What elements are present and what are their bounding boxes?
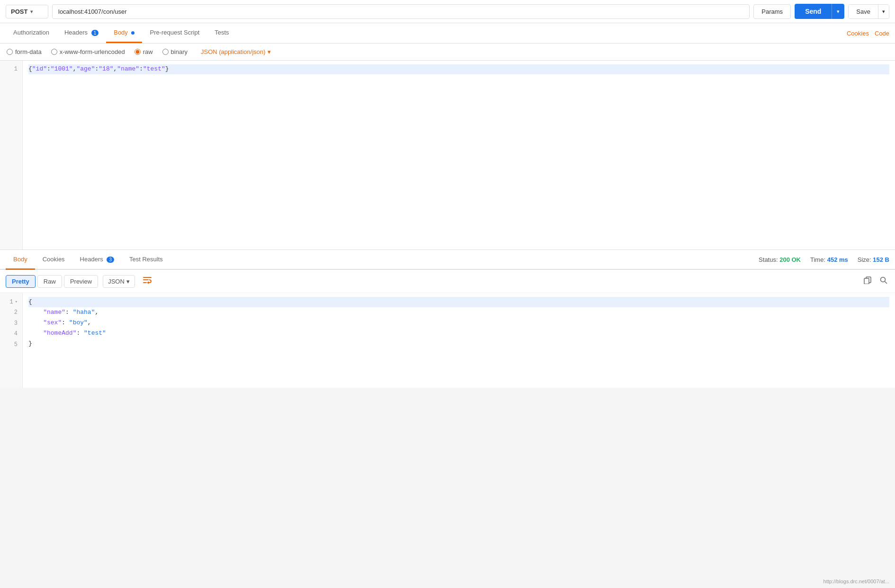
request-tabs: Authorization Headers 1 Body Pre-request…	[6, 23, 847, 43]
json-val-name: "test"	[143, 64, 165, 74]
params-button[interactable]: Params	[753, 4, 791, 19]
body-dot	[131, 31, 134, 35]
svg-rect-1	[143, 279, 149, 280]
url-input[interactable]	[52, 4, 750, 19]
request-body-editor: 1 {"id":"1001","age":"18","name":"test"}	[0, 61, 895, 250]
resp-line-num-5: 5	[0, 339, 22, 350]
collapse-arrow-1[interactable]: ▾	[15, 299, 18, 306]
open-brace: {	[28, 64, 32, 74]
response-section: Body Cookies Headers 3 Test Results Stat…	[0, 250, 895, 388]
form-data-radio[interactable]	[7, 49, 13, 55]
response-headers-badge: 3	[107, 257, 114, 263]
response-tab-body[interactable]: Body	[6, 250, 35, 270]
resp-line-3: "sex": "boy",	[28, 318, 889, 328]
tab-authorization[interactable]: Authorization	[6, 23, 57, 43]
viewer-pretty-button[interactable]: Pretty	[6, 275, 36, 288]
json-key-name: "name"	[117, 64, 139, 74]
viewer-bar: Pretty Raw Preview JSON ▾	[0, 270, 895, 293]
binary-option[interactable]: binary	[162, 48, 188, 55]
close-brace: }	[165, 64, 169, 74]
search-button[interactable]	[878, 275, 889, 288]
time-value: 452 ms	[827, 256, 848, 263]
request-tab-bar: Authorization Headers 1 Body Pre-request…	[0, 23, 895, 44]
url-encoded-option[interactable]: x-www-form-urlencoded	[51, 48, 125, 55]
save-dropdown-button[interactable]: ▾	[878, 5, 889, 18]
wrap-button[interactable]	[139, 274, 156, 289]
binary-radio[interactable]	[162, 49, 169, 55]
svg-rect-0	[143, 277, 152, 278]
headers-badge: 1	[91, 30, 99, 36]
response-format-selector[interactable]: JSON ▾	[103, 275, 135, 288]
resp-line-num-3: 3	[0, 318, 22, 329]
svg-rect-4	[864, 278, 869, 284]
response-tab-bar: Body Cookies Headers 3 Test Results Stat…	[0, 250, 895, 270]
copy-button[interactable]	[862, 275, 873, 288]
editor-line-1: {"id":"1001","age":"18","name":"test"}	[28, 64, 889, 74]
resp-line-5: }	[28, 339, 889, 349]
code-link[interactable]: Code	[875, 30, 889, 37]
raw-radio[interactable]	[134, 49, 141, 55]
json-format-selector[interactable]: JSON (application/json) ▾	[201, 48, 271, 55]
json-val-age: "18"	[98, 64, 113, 74]
send-button[interactable]: Send	[795, 4, 832, 19]
json-key-age: "age"	[76, 64, 95, 74]
response-tabs: Body Cookies Headers 3 Test Results	[6, 250, 759, 269]
resp-line-2: "name": "haha",	[28, 307, 889, 318]
tab-pre-request-script[interactable]: Pre-request Script	[142, 23, 207, 43]
svg-line-6	[885, 282, 887, 284]
resp-line-num-2: 2	[0, 307, 22, 318]
resp-line-4: "homeAdd": "test"	[28, 328, 889, 339]
save-button[interactable]: Save	[849, 5, 878, 18]
tab-bar-right-links: Cookies Code	[847, 30, 889, 37]
tab-tests[interactable]: Tests	[207, 23, 236, 43]
response-status-bar: Status: 200 OK Time: 452 ms Size: 152 B	[759, 256, 889, 263]
tab-headers[interactable]: Headers 1	[57, 23, 106, 43]
url-encoded-radio[interactable]	[51, 49, 57, 55]
form-data-option[interactable]: form-data	[7, 48, 42, 55]
resp-line-num-1: 1 ▾	[0, 297, 22, 307]
svg-point-5	[881, 277, 886, 282]
method-selector[interactable]: POST ▾	[6, 5, 48, 18]
response-editor-content: { "name": "haha", "sex": "boy", "homeAdd…	[23, 293, 895, 388]
request-line-numbers: 1	[0, 61, 23, 249]
status-value: 200 OK	[779, 256, 801, 263]
request-bar: POST ▾ Params Send ▾ Save ▾	[0, 0, 895, 23]
resp-line-1: {	[28, 297, 889, 307]
line-number-1: 1	[0, 64, 22, 74]
svg-rect-2	[143, 282, 147, 283]
method-chevron: ▾	[30, 9, 33, 14]
viewer-preview-button[interactable]: Preview	[64, 275, 98, 288]
response-line-numbers: 1 ▾ 2 3 4 5	[0, 293, 23, 388]
save-group: Save ▾	[848, 4, 889, 19]
cookies-link[interactable]: Cookies	[847, 30, 869, 37]
resp-line-num-4: 4	[0, 329, 22, 339]
viewer-raw-button[interactable]: Raw	[37, 275, 62, 288]
method-text: POST	[11, 8, 27, 15]
body-options-bar: form-data x-www-form-urlencoded raw bina…	[0, 44, 895, 61]
response-tab-headers[interactable]: Headers 3	[72, 250, 122, 270]
send-dropdown-button[interactable]: ▾	[832, 4, 844, 19]
size-value: 152 B	[873, 256, 889, 263]
json-key-id: "id"	[32, 64, 47, 74]
json-val-id: "1001"	[51, 64, 73, 74]
response-editor: 1 ▾ 2 3 4 5 { "name": "haha", "sex": "bo…	[0, 293, 895, 388]
tab-body[interactable]: Body	[106, 23, 142, 43]
response-tab-test-results[interactable]: Test Results	[122, 250, 170, 270]
raw-option[interactable]: raw	[134, 48, 153, 55]
viewer-bar-right-icons	[862, 275, 889, 288]
request-editor-content[interactable]: {"id":"1001","age":"18","name":"test"}	[23, 61, 895, 249]
response-tab-cookies[interactable]: Cookies	[35, 250, 72, 270]
send-group: Send ▾	[795, 4, 844, 19]
